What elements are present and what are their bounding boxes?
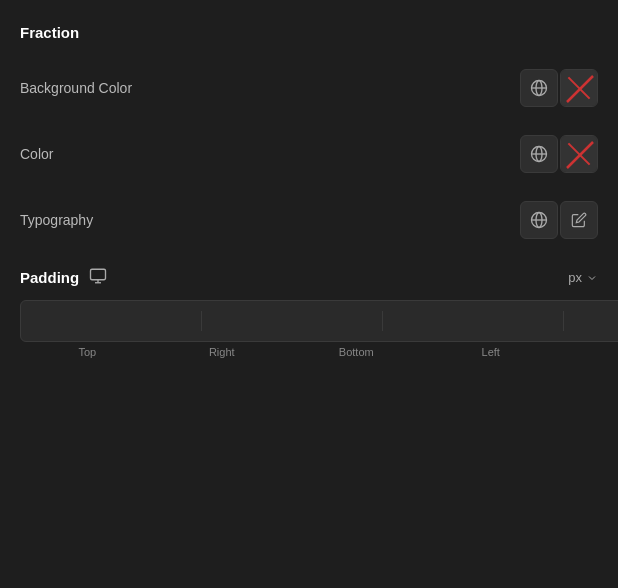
color-globe-button[interactable] (520, 135, 558, 173)
padding-top-label: Top (20, 346, 155, 358)
background-color-label: Background Color (20, 80, 132, 96)
svg-rect-13 (91, 269, 106, 280)
unit-selector[interactable]: px (568, 270, 598, 285)
color-swatch-button[interactable] (560, 135, 598, 173)
padding-divider-1 (201, 311, 202, 331)
padding-title: Padding (20, 269, 79, 286)
padding-bottom-label: Bottom (289, 346, 424, 358)
fraction-panel: Fraction Background Color (0, 0, 618, 382)
typography-controls (520, 201, 598, 239)
padding-bottom-input[interactable] (385, 303, 561, 339)
padding-left-label: Left (424, 346, 559, 358)
padding-header: Padding px (20, 267, 598, 288)
padding-right-input[interactable] (204, 303, 380, 339)
panel-title: Fraction (20, 24, 598, 41)
unit-label: px (568, 270, 582, 285)
padding-top-input[interactable] (23, 303, 199, 339)
padding-left-input[interactable] (566, 303, 618, 339)
background-color-row: Background Color (20, 69, 598, 107)
typography-row: Typography (20, 201, 598, 239)
background-color-swatch-button[interactable] (560, 69, 598, 107)
typography-pencil-button[interactable] (560, 201, 598, 239)
padding-label-link-spacer (558, 346, 598, 358)
color-controls (520, 135, 598, 173)
padding-divider-3 (563, 311, 564, 331)
padding-labels: Top Right Bottom Left (20, 346, 598, 358)
padding-divider-2 (382, 311, 383, 331)
background-color-controls (520, 69, 598, 107)
padding-monitor-icon[interactable] (89, 267, 107, 288)
padding-right-label: Right (155, 346, 290, 358)
padding-section: Padding px (20, 267, 598, 358)
padding-header-left: Padding (20, 267, 107, 288)
padding-inputs-container (20, 300, 618, 342)
color-row: Color (20, 135, 598, 173)
typography-label: Typography (20, 212, 93, 228)
typography-globe-button[interactable] (520, 201, 558, 239)
color-label: Color (20, 146, 53, 162)
background-color-globe-button[interactable] (520, 69, 558, 107)
